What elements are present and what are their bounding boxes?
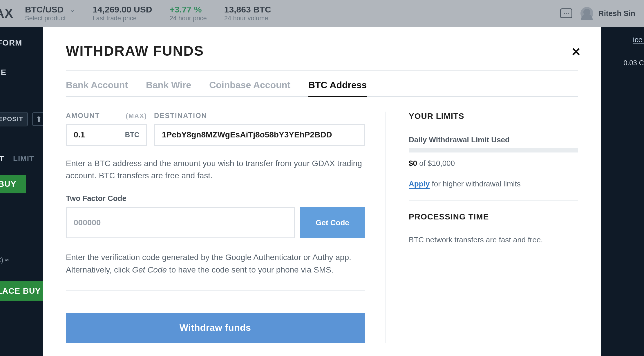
your-limits-title: YOUR LIMITS xyxy=(409,112,578,121)
two-factor-input-wrapper xyxy=(66,207,295,238)
get-code-button[interactable]: Get Code xyxy=(300,207,365,238)
modal-overlay: WITHDRAW FUNDS ✕ Bank Account Bank Wire … xyxy=(0,27,644,356)
apply-rest-text: for higher withdrawal limits xyxy=(430,179,521,188)
max-link[interactable]: (MAX) xyxy=(126,112,147,120)
apply-limits-text: Apply for higher withdrawal limits xyxy=(409,179,578,188)
two-factor-input[interactable] xyxy=(74,218,287,227)
amount-input-wrapper: BTC xyxy=(66,124,147,146)
limit-usage-text: $0 of $10,000 xyxy=(409,159,578,168)
amount-label: AMOUNT xyxy=(66,112,100,120)
processing-time-title: PROCESSING TIME xyxy=(409,212,578,221)
divider xyxy=(66,70,578,71)
destination-label: DESTINATION xyxy=(154,112,207,120)
tab-btc-address[interactable]: BTC Address xyxy=(308,80,367,97)
destination-input-wrapper xyxy=(154,124,365,146)
header-dimmer xyxy=(0,0,644,27)
two-factor-label: Two Factor Code xyxy=(66,194,365,203)
limits-panel: YOUR LIMITS Daily Withdrawal Limit Used … xyxy=(385,112,578,343)
apply-link[interactable]: Apply xyxy=(409,179,430,189)
limit-progress-bar xyxy=(409,148,578,152)
withdraw-funds-modal: WITHDRAW FUNDS ✕ Bank Account Bank Wire … xyxy=(43,27,601,356)
help-text-two-factor: Enter the verification code generated by… xyxy=(66,251,365,276)
tab-bank-account[interactable]: Bank Account xyxy=(66,80,128,96)
section-divider xyxy=(66,290,365,291)
amount-unit: BTC xyxy=(125,131,139,139)
processing-time-desc: BTC network transfers are fast and free. xyxy=(409,235,578,244)
destination-input[interactable] xyxy=(162,130,357,139)
withdraw-funds-button[interactable]: Withdraw funds xyxy=(66,313,365,343)
modal-title: WITHDRAW FUNDS xyxy=(66,43,578,59)
withdraw-tabs: Bank Account Bank Wire Coinbase Account … xyxy=(66,80,578,97)
amount-input[interactable] xyxy=(74,130,125,139)
tab-coinbase-account[interactable]: Coinbase Account xyxy=(209,80,290,96)
right-divider xyxy=(409,200,578,201)
help-text-address: Enter a BTC address and the amount you w… xyxy=(66,157,365,182)
close-icon[interactable]: ✕ xyxy=(571,45,581,59)
daily-limit-label: Daily Withdrawal Limit Used xyxy=(409,135,578,144)
withdraw-form: AMOUNT (MAX) DESTINATION BTC Enter a BTC… xyxy=(66,112,385,343)
tab-bank-wire[interactable]: Bank Wire xyxy=(146,80,191,96)
